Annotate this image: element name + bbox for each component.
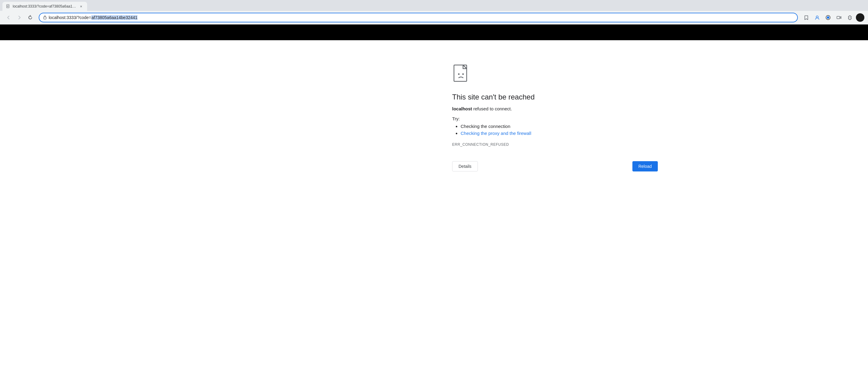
record-icon[interactable] xyxy=(823,13,833,22)
browser-chrome: localhost:3333/?code=af73805a6aa14be3244… xyxy=(0,0,868,25)
profile-manager-icon[interactable] xyxy=(812,13,822,22)
suggestion-item-connection: Checking the connection xyxy=(461,124,531,129)
svg-rect-8 xyxy=(837,16,840,19)
suggestion-text-connection: Checking the connection xyxy=(461,124,510,129)
forward-button[interactable] xyxy=(14,13,24,22)
tab-bar: localhost:3333/?code=af73805a6aa14be3244… xyxy=(0,0,868,11)
lock-icon xyxy=(43,15,47,20)
error-title: This site can't be reached xyxy=(452,93,535,101)
toolbar-right xyxy=(802,13,864,22)
error-subtitle: localhost refused to connect. xyxy=(452,106,512,111)
svg-point-7 xyxy=(827,16,829,19)
error-icon-container xyxy=(452,64,470,86)
address-highlight: af73805a6aa14be32441 xyxy=(91,15,138,20)
error-code: ERR_CONNECTION_REFUSED xyxy=(452,143,509,147)
back-button[interactable] xyxy=(4,13,13,22)
error-page: This site can't be reached localhost ref… xyxy=(313,40,555,196)
app-header xyxy=(0,25,868,40)
reload-button[interactable] xyxy=(25,13,35,22)
try-label: Try: xyxy=(452,116,460,121)
suggestion-list: Checking the connection Checking the pro… xyxy=(452,124,531,137)
button-row: Details Reload xyxy=(452,161,658,171)
extensions-icon[interactable] xyxy=(845,13,855,22)
address-bar[interactable]: localhost:3333/?code=af73805a6aa14be3244… xyxy=(39,13,798,22)
svg-rect-9 xyxy=(454,65,467,81)
proxy-firewall-link[interactable]: Checking the proxy and the firewall xyxy=(461,131,531,136)
error-subtitle-rest: refused to connect. xyxy=(472,106,512,111)
suggestion-item-proxy[interactable]: Checking the proxy and the firewall xyxy=(461,131,531,136)
address-text: localhost:3333/?code=af73805a6aa14be3244… xyxy=(49,15,794,20)
profile-button[interactable] xyxy=(856,13,864,22)
tab-title: localhost:3333/?code=af73805a6aa14be3244… xyxy=(13,4,76,8)
details-button[interactable]: Details xyxy=(452,161,478,171)
toolbar: localhost:3333/?code=af73805a6aa14be3244… xyxy=(0,11,868,24)
error-host: localhost xyxy=(452,106,472,111)
tab-favicon xyxy=(6,4,10,8)
video-icon[interactable] xyxy=(834,13,844,22)
active-tab[interactable]: localhost:3333/?code=af73805a6aa14be3244… xyxy=(2,2,87,11)
svg-point-11 xyxy=(462,73,464,75)
tab-close-button[interactable]: ✕ xyxy=(79,4,84,9)
reload-page-button[interactable]: Reload xyxy=(632,161,658,171)
error-sad-document-icon xyxy=(452,64,470,84)
bookmark-icon[interactable] xyxy=(802,13,811,22)
svg-point-10 xyxy=(458,73,460,75)
svg-rect-4 xyxy=(43,17,46,19)
